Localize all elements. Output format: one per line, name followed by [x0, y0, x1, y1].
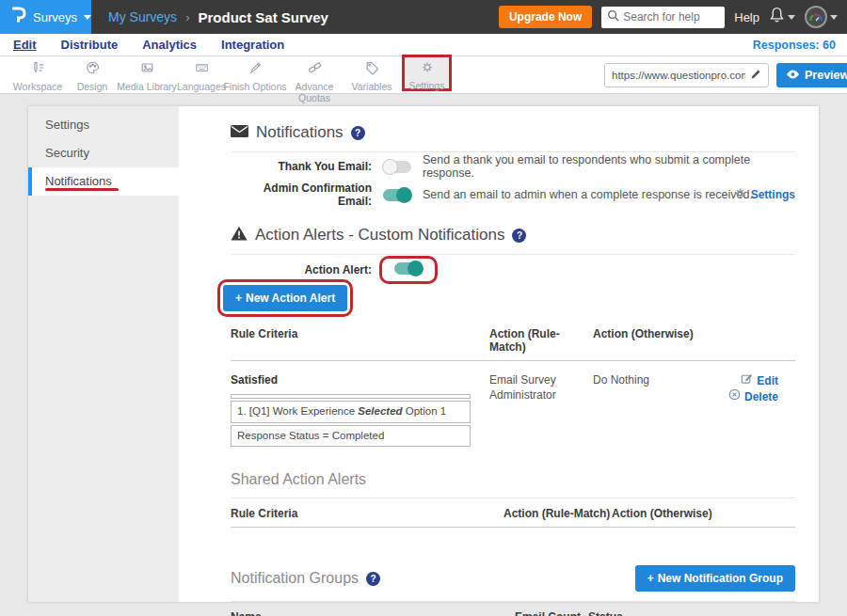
survey-url-field[interactable]: https://www.questionpro.com/t/: [604, 63, 769, 87]
help-circle-icon[interactable]: ?: [351, 126, 365, 140]
eye-icon: [786, 69, 800, 82]
tab-edit[interactable]: Edit: [13, 38, 37, 52]
action-alert-toggle[interactable]: [394, 262, 423, 275]
gear-icon: [734, 186, 746, 203]
column-header: Action (Rule-Match): [503, 498, 612, 528]
action-otherwise-cell: Do Nothing: [593, 361, 701, 447]
chevron-down-icon: [84, 15, 91, 20]
column-header: Action (Otherwise): [593, 319, 701, 361]
toolbar-item-variables[interactable]: Variables: [338, 60, 406, 92]
breadcrumb-parent-link[interactable]: My Surveys: [108, 9, 177, 24]
delete-link-label: Delete: [744, 389, 778, 404]
top-header-bar: Surveys My Surveys › Product Sat Survey …: [0, 0, 847, 34]
toolbar-item-finish-options[interactable]: Finish Options: [221, 60, 289, 92]
tab-distribute[interactable]: Distribute: [61, 38, 119, 52]
sidebar-item-notifications[interactable]: Notifications: [28, 167, 179, 196]
notifications-bell-menu[interactable]: [769, 7, 795, 27]
new-notification-group-button[interactable]: +New Notification Group: [635, 565, 795, 592]
rule-match-label: Satisfied: [231, 372, 489, 387]
criteria-box-empty: [231, 394, 471, 399]
account-menu[interactable]: [805, 6, 838, 28]
product-menu-label: Surveys: [33, 10, 77, 24]
sidebar-item-settings[interactable]: Settings: [28, 111, 179, 139]
annotation-box-toggle: [379, 256, 438, 284]
button-label: New Action Alert: [246, 292, 335, 305]
chevron-down-icon: [830, 15, 838, 20]
action-alert-table-row: Satisfied 1. [Q1] Work Experience Select…: [231, 361, 795, 447]
sidebar-item-security[interactable]: Security: [28, 139, 179, 167]
upgrade-now-button[interactable]: Upgrade Now: [499, 6, 592, 28]
edit-url-pencil-icon[interactable]: [750, 67, 761, 84]
tab-integration[interactable]: Integration: [221, 38, 284, 52]
annotation-underline: [45, 188, 119, 191]
section-title-text: Action Alerts - Custom Notifications: [255, 226, 504, 245]
shared-alerts-table-header: Rule Criteria Action (Rule-Match) Action…: [231, 498, 795, 528]
action-alert-label: Action Alert:: [231, 263, 372, 276]
admin-confirmation-email-description: Send an email to admin when a complete r…: [423, 188, 753, 201]
delete-circle-icon: [728, 388, 741, 404]
column-header: Action (Otherwise): [612, 498, 795, 528]
tag-icon: [364, 62, 380, 78]
questionpro-logo-icon: [8, 6, 26, 28]
workspace-icon: [30, 62, 46, 78]
new-action-alert-row: +New Action Alert: [231, 285, 795, 317]
sidebar-item-label: Security: [45, 146, 89, 160]
action-alerts-section-title: Action Alerts - Custom Notifications ?: [231, 226, 795, 245]
breadcrumb-current: Product Sat Survey: [198, 9, 328, 25]
toggle-knob: [382, 159, 398, 175]
avatar: [805, 6, 827, 28]
notifications-section-title: Notifications ?: [231, 123, 795, 142]
questionpro-app: Surveys My Surveys › Product Sat Survey …: [0, 0, 847, 616]
thank-you-email-toggle[interactable]: [383, 161, 411, 173]
warning-icon: [231, 226, 248, 245]
criteria-text: 1. [Q1] Work Experience: [237, 405, 358, 417]
column-header: Email Count: [515, 602, 588, 616]
breadcrumb-separator: ›: [185, 10, 189, 24]
notifications-panel: Notifications ? Thank You Email: Send a …: [179, 106, 819, 602]
admin-confirmation-email-toggle[interactable]: [383, 189, 411, 201]
palette-icon: [85, 62, 101, 78]
toggle-knob: [396, 187, 412, 203]
chevron-down-icon: [788, 15, 795, 20]
help-circle-icon[interactable]: ?: [512, 229, 526, 243]
criteria-emphasis: Selected: [358, 405, 402, 417]
responses-count[interactable]: Responses: 60: [753, 39, 836, 52]
thank-you-email-row: Thank You Email: Send a thank you email …: [231, 152, 795, 181]
edit-icon: [741, 372, 753, 388]
column-header: Name: [231, 602, 515, 616]
preview-button[interactable]: Preview: [776, 63, 847, 87]
toolbar-item-settings[interactable]: Settings: [402, 55, 452, 91]
plus-icon: +: [235, 292, 242, 305]
envelope-icon: [231, 124, 248, 141]
tab-analytics[interactable]: Analytics: [142, 38, 197, 52]
product-menu[interactable]: Surveys: [0, 0, 91, 34]
edit-alert-link[interactable]: Edit: [741, 372, 778, 388]
admin-confirmation-email-row: Admin Confirmation Email: Send an email …: [231, 181, 795, 209]
column-header: Action (Rule-Match): [489, 319, 593, 361]
notification-groups-title: Notification Groups: [231, 570, 359, 587]
plus-icon: +: [647, 572, 654, 585]
criteria-box: Response Status = Completed: [231, 425, 471, 448]
help-search-input[interactable]: [623, 10, 717, 24]
notification-groups-header: Notification Groups ? +New Notification …: [231, 565, 795, 592]
edit-toolbar: Workspace Design Media Library Languages…: [0, 56, 847, 94]
groups-table-header: Name Email Count Status: [231, 602, 795, 616]
new-action-alert-button[interactable]: +New Action Alert: [223, 285, 347, 311]
preview-button-label: Preview: [805, 69, 847, 82]
toolbar-label: Settings: [405, 80, 449, 91]
column-header: Rule Criteria: [231, 498, 503, 528]
toggle-knob: [408, 261, 424, 276]
action-rule-match-cell: Email Survey Administrator: [489, 361, 593, 447]
thank-you-email-description: Send a thank you email to respondents wh…: [423, 153, 795, 180]
help-circle-icon[interactable]: ?: [366, 572, 380, 586]
row-actions-cell: Edit Delete: [701, 361, 795, 447]
delete-alert-link[interactable]: Delete: [728, 388, 778, 404]
help-link[interactable]: Help: [734, 10, 759, 24]
admin-confirmation-email-label: Admin Confirmation Email:: [231, 182, 372, 208]
column-header: Status: [588, 602, 701, 616]
shared-action-alerts-title: Shared Action Alerts: [231, 471, 795, 488]
settings-content-card: Settings Security Notifications Notifica…: [28, 106, 819, 602]
criteria-box: 1. [Q1] Work Experience Selected Option …: [231, 401, 471, 423]
admin-email-settings-link[interactable]: Settings: [734, 186, 795, 203]
help-search-box[interactable]: [601, 7, 725, 28]
